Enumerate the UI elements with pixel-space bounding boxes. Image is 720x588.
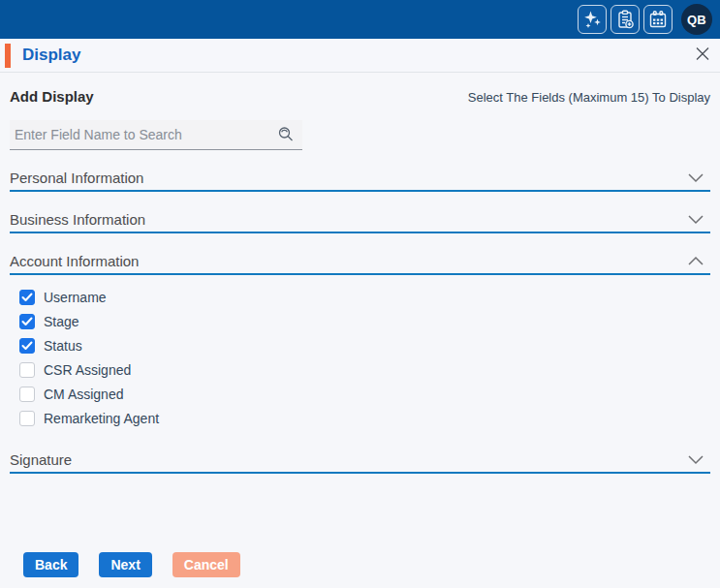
check-icon	[21, 317, 33, 326]
accordion-header-account-information[interactable]: Account Information	[10, 247, 710, 275]
section-label: Personal Information	[10, 170, 143, 186]
topbar: QB	[0, 0, 720, 39]
section-account-information: Account Information Username Stage	[10, 247, 710, 432]
checkbox[interactable]	[19, 411, 35, 426]
add-display-label: Add Display	[10, 88, 94, 105]
chevron-down-icon	[687, 172, 704, 183]
chevron-up-icon	[687, 256, 704, 266]
cancel-button[interactable]: Cancel	[172, 552, 240, 577]
field-label: Remarketing Agent	[44, 411, 159, 426]
accordion-header-signature[interactable]: Signature	[10, 446, 710, 474]
field-row-stage[interactable]: Stage	[19, 309, 710, 333]
field-row-remarketing-agent[interactable]: Remarketing Agent	[19, 406, 710, 430]
section-personal-information: Personal Information	[10, 164, 710, 192]
field-label: CM Assigned	[44, 387, 123, 402]
checkbox[interactable]	[19, 338, 35, 354]
accordion-header-business-information[interactable]: Business Information	[10, 205, 710, 233]
chevron-down-icon	[687, 214, 704, 225]
close-icon	[695, 46, 710, 65]
field-row-csr-assigned[interactable]: CSR Assigned	[19, 357, 710, 382]
accordion-header-personal-information[interactable]: Personal Information	[10, 164, 710, 192]
section-label: Signature	[10, 451, 72, 468]
section-business-information: Business Information	[10, 205, 710, 233]
field-label: Username	[44, 290, 107, 305]
sparkles-icon	[582, 10, 602, 29]
max-fields-hint: Select The Fields (Maximum 15) To Displa…	[468, 90, 710, 105]
back-button[interactable]: Back	[23, 552, 78, 577]
chevron-down-icon	[687, 454, 704, 465]
checkbox[interactable]	[19, 314, 35, 329]
close-button[interactable]	[693, 45, 712, 67]
account-field-list: Username Stage Status	[10, 275, 710, 432]
checkbox[interactable]	[19, 290, 35, 305]
search-input[interactable]	[15, 127, 277, 142]
sparkles-button[interactable]	[578, 5, 607, 34]
search-icon[interactable]	[277, 126, 295, 143]
calendar-icon	[648, 10, 668, 29]
check-icon	[21, 293, 33, 302]
field-row-username[interactable]: Username	[19, 285, 710, 309]
field-row-cm-assigned[interactable]: CM Assigned	[19, 382, 710, 406]
calendar-button[interactable]	[643, 5, 673, 34]
next-button[interactable]: Next	[99, 552, 151, 577]
section-signature: Signature	[10, 446, 710, 474]
field-label: CSR Assigned	[44, 362, 131, 378]
display-panel: QB Display Add Display Select The Fields…	[0, 0, 720, 588]
check-icon	[21, 341, 33, 351]
panel-content: Add Display Select The Fields (Maximum 1…	[0, 73, 720, 474]
clipboard-add-icon	[615, 10, 635, 29]
checkbox[interactable]	[19, 362, 35, 378]
clipboard-add-button[interactable]	[610, 5, 640, 34]
panel-header: Display	[0, 39, 720, 73]
checkbox[interactable]	[19, 387, 35, 402]
field-row-status[interactable]: Status	[19, 333, 710, 357]
subheader-row: Add Display Select The Fields (Maximum 1…	[10, 88, 710, 105]
page-title: Display	[22, 46, 80, 65]
user-avatar[interactable]: QB	[681, 4, 712, 35]
field-search	[10, 120, 302, 150]
accent-bar	[5, 44, 11, 68]
field-label: Stage	[44, 314, 79, 329]
footer-actions: Back Next Cancel	[23, 552, 240, 577]
section-label: Business Information	[10, 211, 145, 228]
field-label: Status	[44, 338, 82, 354]
section-label: Account Information	[10, 253, 139, 269]
